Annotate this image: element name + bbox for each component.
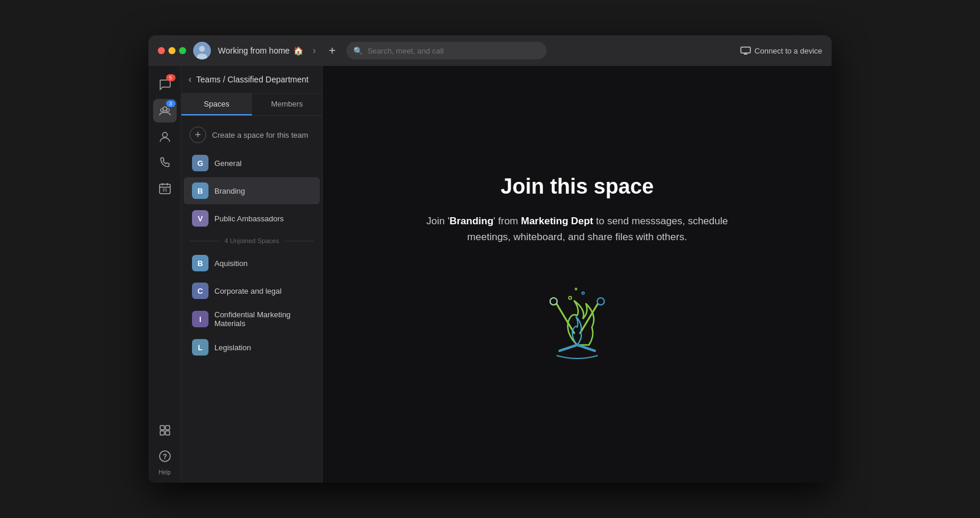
sidebar-item-apps[interactable] bbox=[153, 419, 177, 442]
join-description: Join 'Branding' from Marketing Dept to s… bbox=[424, 213, 730, 245]
create-plus-icon: + bbox=[190, 127, 206, 143]
user-avatar[interactable] bbox=[193, 42, 211, 59]
phone-icon bbox=[158, 156, 171, 169]
svg-text:21: 21 bbox=[163, 188, 167, 192]
sidebar-item-people[interactable] bbox=[153, 125, 177, 148]
main-area: Join this space Join 'Branding' from Mar… bbox=[323, 66, 832, 483]
space-item-corporate[interactable]: C Corporate and legal bbox=[184, 277, 320, 304]
sidebar-item-calendar[interactable]: 21 bbox=[153, 177, 177, 200]
space-name-aquisition: Aquisition bbox=[214, 259, 247, 268]
svg-point-24 bbox=[597, 298, 604, 305]
teams-panel: ‹ Teams / Classified Department Spaces M… bbox=[181, 66, 323, 483]
svg-rect-17 bbox=[160, 431, 164, 435]
space-item-branding[interactable]: B Branding bbox=[184, 177, 320, 204]
sidebar-icons: 5 3 bbox=[148, 66, 181, 483]
svg-rect-15 bbox=[160, 426, 164, 430]
forward-nav-button[interactable]: › bbox=[310, 44, 318, 57]
title-bar: Working from home 🏠 › + 🔍 Connect to a d… bbox=[148, 35, 832, 66]
space-name-general: General bbox=[214, 159, 241, 168]
add-tab-button[interactable]: + bbox=[325, 43, 339, 59]
create-space-label: Create a space for this team bbox=[212, 131, 308, 140]
space-avatar-branding: B bbox=[192, 182, 208, 199]
space-avatar-corporate: C bbox=[192, 283, 208, 299]
svg-line-26 bbox=[577, 345, 595, 351]
maximize-button[interactable] bbox=[179, 47, 186, 54]
search-input[interactable] bbox=[368, 47, 539, 55]
space-item-aquisition[interactable]: B Aquisition bbox=[184, 250, 320, 277]
svg-point-23 bbox=[550, 298, 557, 305]
monitor-icon bbox=[740, 47, 751, 55]
connect-device-button[interactable]: Connect to a device bbox=[740, 47, 822, 55]
svg-text:?: ? bbox=[163, 453, 167, 461]
help-label: Help bbox=[158, 469, 171, 476]
create-space-button[interactable]: + Create a space for this team bbox=[181, 121, 322, 149]
svg-point-9 bbox=[163, 132, 167, 137]
space-name-confidential: Confidential Marketing Materials bbox=[214, 310, 312, 328]
space-name-public-ambassadors: Public Ambassadors bbox=[214, 214, 284, 223]
svg-rect-18 bbox=[165, 431, 170, 435]
minimize-button[interactable] bbox=[168, 47, 176, 54]
svg-point-28 bbox=[582, 292, 584, 294]
tab-members[interactable]: Members bbox=[252, 94, 323, 115]
main-content: 5 3 bbox=[148, 66, 832, 483]
tab-spaces[interactable]: Spaces bbox=[181, 94, 252, 115]
svg-line-21 bbox=[557, 304, 574, 333]
svg-rect-3 bbox=[741, 47, 750, 53]
sidebar-item-teams[interactable]: 3 bbox=[153, 99, 177, 122]
sidebar-item-chat[interactable]: 5 bbox=[153, 73, 177, 97]
space-item-general[interactable]: G General bbox=[184, 150, 320, 177]
sidebar-item-help[interactable]: ? bbox=[153, 444, 177, 468]
calendar-icon: 21 bbox=[158, 182, 171, 195]
space-item-confidential[interactable]: I Confidential Marketing Materials bbox=[184, 305, 320, 333]
svg-point-29 bbox=[575, 288, 577, 290]
svg-point-27 bbox=[569, 297, 572, 300]
space-avatar-aquisition: B bbox=[192, 255, 208, 271]
space-avatar-legislation: L bbox=[192, 339, 208, 356]
workspace-title: Working from home 🏠 bbox=[218, 46, 303, 55]
panel-title: Teams / Classified Department bbox=[196, 75, 309, 84]
tabs-row: Spaces Members bbox=[181, 94, 322, 116]
unjoined-divider: 4 Unjoined Spaces bbox=[181, 233, 322, 249]
space-avatar-confidential: I bbox=[192, 311, 208, 327]
back-button[interactable]: ‹ bbox=[188, 74, 191, 85]
spaces-list: + Create a space for this team G General… bbox=[181, 116, 322, 483]
traffic-lights bbox=[158, 47, 186, 54]
space-name-highlight: Branding bbox=[449, 215, 494, 227]
space-avatar-general: G bbox=[192, 155, 208, 171]
help-icon: ? bbox=[158, 450, 171, 463]
team-name-highlight: Marketing Dept bbox=[521, 215, 593, 227]
sidebar-item-calls[interactable] bbox=[153, 151, 177, 174]
close-button[interactable] bbox=[158, 47, 165, 54]
panel-header: ‹ Teams / Classified Department bbox=[181, 66, 322, 94]
search-icon: 🔍 bbox=[353, 47, 363, 55]
svg-line-25 bbox=[559, 345, 577, 351]
search-bar[interactable]: 🔍 bbox=[346, 42, 547, 59]
space-name-legislation: Legislation bbox=[214, 343, 251, 352]
join-title: Join this space bbox=[501, 174, 654, 199]
svg-rect-16 bbox=[165, 426, 170, 430]
chat-badge: 5 bbox=[166, 74, 176, 81]
apps-icon bbox=[159, 424, 171, 436]
space-name-branding: Branding bbox=[214, 187, 245, 195]
people-icon bbox=[158, 130, 171, 143]
teams-badge: 3 bbox=[166, 100, 176, 107]
svg-point-1 bbox=[199, 46, 205, 52]
space-item-legislation[interactable]: L Legislation bbox=[184, 334, 320, 361]
space-avatar-public-ambassadors: V bbox=[192, 210, 208, 227]
app-window: Working from home 🏠 › + 🔍 Connect to a d… bbox=[148, 35, 832, 483]
campfire-illustration bbox=[524, 268, 630, 374]
space-item-public-ambassadors[interactable]: V Public Ambassadors bbox=[184, 205, 320, 232]
space-name-corporate: Corporate and legal bbox=[214, 287, 282, 295]
